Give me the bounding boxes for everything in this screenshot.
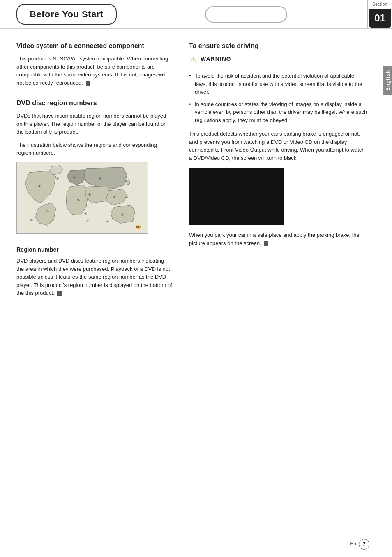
video-system-title: Video system of a connected component xyxy=(16,41,173,51)
warning-item-2: In some countries or states the viewing … xyxy=(189,100,367,125)
svg-text:🐠: 🐠 xyxy=(136,224,141,229)
dvd-body2: The illustration below shows the regions… xyxy=(16,141,173,157)
left-column: Video system of a connected component Th… xyxy=(0,41,181,309)
region-number-body: DVD players and DVD discs feature region… xyxy=(16,257,173,297)
safe-driving-title: To ensure safe driving xyxy=(189,41,367,51)
dvd-body: DVDs that have incompatible region numbe… xyxy=(16,112,173,136)
page-title: Before You Start xyxy=(16,4,117,25)
region-number-section: Region number DVD players and DVD discs … xyxy=(16,245,173,297)
safe-driving-section: To ensure safe driving ⚠ WARNING To avoi… xyxy=(189,41,367,247)
svg-text:⑥: ⑥ xyxy=(88,193,91,196)
warning-item-1: To avoid the risk of accident and the po… xyxy=(189,72,367,96)
page-number: 7 xyxy=(359,539,369,550)
header-center-box xyxy=(205,6,287,23)
header-center xyxy=(125,0,367,28)
end-mark-region xyxy=(57,291,62,296)
right-column: To ensure safe driving ⚠ WARNING To avoi… xyxy=(181,41,392,309)
svg-text:②: ② xyxy=(125,195,128,199)
safe-driving-body: This product detects whether your car's … xyxy=(189,130,367,162)
svg-text:②: ② xyxy=(84,211,87,215)
warning-title: WARNING xyxy=(201,55,231,63)
svg-text:①: ① xyxy=(38,185,41,188)
video-system-body: This product is NTSC/PAL system compatib… xyxy=(16,55,173,87)
page: Before You Start Section 01 English Vide… xyxy=(0,0,392,557)
world-map: ① ① ④ ② ⑤ ⑤ ⑥ ③ ② ④ ② ④ ② ④ xyxy=(16,162,148,234)
video-system-section: Video system of a connected component Th… xyxy=(16,41,173,87)
svg-text:③: ③ xyxy=(113,195,115,199)
region-number-title: Region number xyxy=(16,245,173,254)
page-header: Before You Start Section 01 xyxy=(0,0,392,29)
section-number: 01 xyxy=(369,9,391,28)
svg-text:④: ④ xyxy=(46,209,49,213)
end-mark-safe xyxy=(264,241,268,246)
black-screen-image xyxy=(189,168,284,225)
header-right: Section 01 xyxy=(367,0,392,28)
svg-text:④: ④ xyxy=(106,220,109,223)
dvd-section: DVD disc region numbers DVDs that have i… xyxy=(16,98,173,234)
header-left: Before You Start xyxy=(0,0,125,28)
svg-text:②: ② xyxy=(73,175,76,178)
dvd-title: DVD disc region numbers xyxy=(16,98,173,108)
page-footer: En 7 xyxy=(350,539,369,550)
svg-text:④: ④ xyxy=(121,213,124,217)
svg-text:⑤: ⑤ xyxy=(77,198,80,202)
svg-text:①: ① xyxy=(56,176,59,180)
main-content: Video system of a connected component Th… xyxy=(0,29,392,321)
language-code: En xyxy=(350,541,356,548)
svg-text:②: ② xyxy=(86,220,89,223)
warning-icon: ⚠ xyxy=(189,54,197,67)
end-mark-video xyxy=(86,81,90,86)
safe-driving-body2: When you park your car in a safe place a… xyxy=(189,231,367,247)
svg-text:④: ④ xyxy=(30,218,33,222)
warning-list: To avoid the risk of accident and the po… xyxy=(189,72,367,124)
section-label: Section xyxy=(372,2,387,8)
svg-text:⑤: ⑤ xyxy=(99,176,101,180)
language-tab: English xyxy=(383,66,392,95)
warning-box: ⚠ WARNING xyxy=(189,55,367,67)
